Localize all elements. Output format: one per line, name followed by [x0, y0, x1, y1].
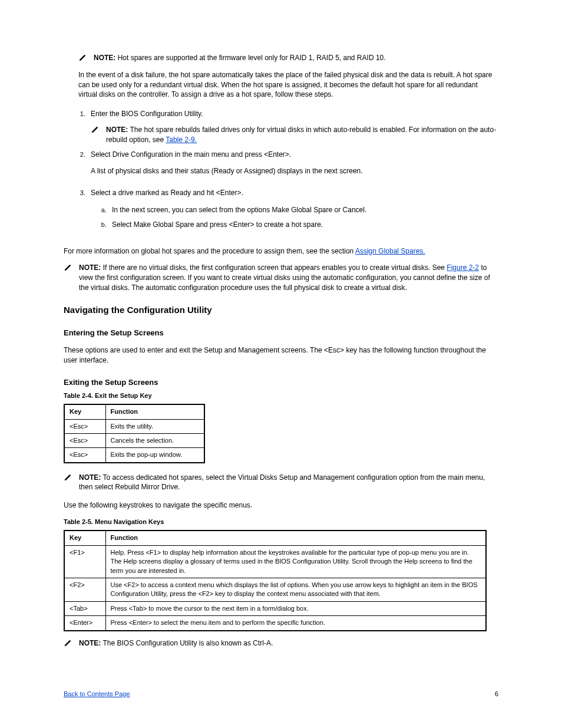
cell-func: Press <Tab> to move the cursor to the ne…	[105, 601, 486, 615]
para-link[interactable]: Assign Global Spares.	[355, 247, 425, 255]
paragraph: For more information on global hot spare…	[64, 246, 498, 256]
pencil-note-icon	[91, 126, 99, 134]
paragraph: Use the following keystrokes to navigate…	[64, 500, 498, 510]
heading-entering: Entering the Setup Screens	[64, 328, 498, 338]
note-icon-cell	[64, 263, 79, 292]
note-label: NOTE:	[94, 54, 115, 62]
note-icon-cell	[64, 473, 79, 493]
step-2: Select Drive Configuration in the main m…	[87, 147, 498, 186]
heading-exiting: Exiting the Setup Screens	[64, 377, 498, 388]
note-body: NOTE: To access dedicated hot spares, se…	[79, 473, 498, 493]
note-body: NOTE: If there are no virtual disks, the…	[79, 263, 498, 292]
th-key: Key	[64, 404, 105, 419]
note-icon-cell	[78, 53, 94, 63]
footer: Back to Contents Page	[64, 690, 130, 699]
note-text: If there are no virtual disks, the first…	[103, 263, 445, 272]
step-1: Enter the BIOS Configuration Utility. NO…	[87, 107, 498, 147]
note-text: To access dedicated hot spares, select t…	[79, 473, 485, 492]
table-row: <Esc> Cancels the selection.	[64, 433, 204, 447]
note-text: The hot spare rebuilds failed drives onl…	[106, 126, 496, 144]
cell-key: <Tab>	[64, 601, 105, 615]
note-body: NOTE: The BIOS Configuration Utility is …	[79, 638, 498, 648]
table-header-row: Key Function	[64, 531, 486, 545]
note-label: NOTE:	[79, 263, 101, 272]
cell-key: <Esc>	[64, 419, 105, 433]
page-number: 6	[495, 690, 498, 699]
table-header-row: Key Function	[64, 404, 204, 419]
table-exit-keys: Key Function <Esc> Exits the utility. <E…	[64, 404, 205, 463]
cell-func: Exits the pop-up window.	[105, 448, 204, 463]
table-row: <Enter> Press <Enter> to select the menu…	[64, 616, 486, 631]
heading-nav: Navigating the Configuration Utility	[64, 304, 498, 316]
note-row: NOTE: To access dedicated hot spares, se…	[64, 473, 498, 493]
steps-list: Enter the BIOS Configuration Utility. NO…	[87, 107, 498, 239]
step-text: Select a drive marked as Ready and hit <…	[91, 189, 243, 197]
table-row: <Esc> Exits the pop-up window.	[64, 448, 204, 463]
pencil-note-icon	[64, 639, 72, 647]
th-function: Function	[105, 404, 204, 419]
th-function: Function	[105, 531, 486, 545]
note-text: Hot spares are supported at the firmware…	[118, 54, 386, 62]
cell-key: <F1>	[64, 545, 105, 578]
note-link[interactable]: Table 2-9.	[166, 136, 197, 144]
cell-func: Help. Press <F1> to display help informa…	[105, 545, 486, 578]
table-row: <F2> Use <F2> to access a context menu w…	[64, 578, 486, 602]
note-label: NOTE:	[79, 473, 101, 482]
note-label: NOTE:	[106, 126, 128, 134]
note-row: NOTE: The hot spare rebuilds failed driv…	[91, 125, 498, 145]
note-label: NOTE:	[79, 639, 101, 647]
cell-key: <Esc>	[64, 448, 105, 463]
table-caption: Table 2-4. Exit the Setup Key	[64, 391, 498, 400]
pencil-note-icon	[64, 473, 72, 482]
note-body: NOTE: Hot spares are supported at the fi…	[94, 53, 498, 63]
substeps-list: In the next screen, you can select from …	[108, 203, 498, 232]
table-caption: Table 2-5. Menu Navigation Keys	[64, 518, 498, 526]
table-row: <Tab> Press <Tab> to move the cursor to …	[64, 601, 486, 615]
step-detail: A list of physical disks and their statu…	[91, 166, 498, 176]
table-row: <F1> Help. Press <F1> to display help in…	[64, 545, 486, 578]
note-row: NOTE: The BIOS Configuration Utility is …	[64, 638, 498, 648]
paragraph: These options are used to enter and exit…	[64, 345, 498, 365]
cell-key: <F2>	[64, 578, 105, 602]
note-row: NOTE: If there are no virtual disks, the…	[64, 263, 498, 292]
cell-func: Press <Enter> to select the menu item an…	[105, 616, 486, 631]
cell-func: Exits the utility.	[105, 419, 204, 433]
th-key: Key	[64, 531, 105, 545]
pencil-note-icon	[64, 263, 72, 272]
back-to-contents-link[interactable]: Back to Contents Page	[64, 690, 130, 699]
note-link[interactable]: Figure 2-2	[447, 263, 479, 272]
pencil-note-icon	[78, 54, 87, 62]
para-text: For more information on global hot spare…	[64, 247, 353, 255]
substep-b: Select Make Global Spare and press <Ente…	[108, 218, 498, 232]
cell-key: <Esc>	[64, 433, 105, 447]
note-icon-cell	[64, 638, 79, 648]
step-text: Enter the BIOS Configuration Utility.	[91, 110, 203, 118]
note-text: The BIOS Configuration Utility is also k…	[103, 639, 273, 647]
note-row: NOTE: Hot spares are supported at the fi…	[78, 53, 498, 63]
step-text: Select Drive Configuration in the main m…	[91, 150, 291, 159]
cell-func: Cancels the selection.	[105, 433, 204, 447]
table-row: <Esc> Exits the utility.	[64, 419, 204, 433]
table-menu-nav-keys: Key Function <F1> Help. Press <F1> to di…	[64, 530, 487, 631]
substep-a: In the next screen, you can select from …	[108, 203, 498, 218]
step-3: Select a drive marked as Ready and hit <…	[87, 186, 498, 239]
paragraph: In the event of a disk failure, the hot …	[78, 70, 498, 100]
cell-key: <Enter>	[64, 616, 105, 631]
cell-func: Use <F2> to access a context menu which …	[105, 578, 486, 602]
note-body: NOTE: The hot spare rebuilds failed driv…	[106, 125, 498, 145]
note-icon-cell	[91, 125, 106, 145]
